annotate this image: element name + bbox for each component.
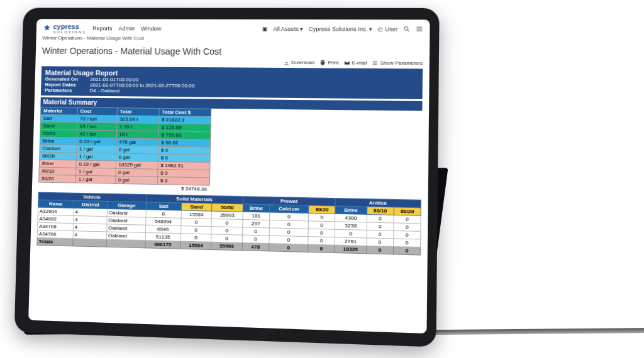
breadcrumb: Winter Operations - Material Usage With …: [42, 35, 423, 42]
report-banner: Material Usage Report Generated On2021-0…: [41, 66, 423, 99]
menu-admin[interactable]: Admin: [118, 25, 135, 31]
page-title: Winter Operations - Material Usage With …: [42, 46, 423, 58]
brand-sub: SOLUTIONS: [53, 30, 86, 34]
asset-scope-dropdown[interactable]: All Assets ▾: [273, 26, 303, 32]
svg-point-0: [404, 26, 408, 30]
material-summary-grand-total: $ 24748.36: [157, 185, 209, 193]
svg-line-1: [408, 30, 409, 31]
user-menu[interactable]: ◴ User: [378, 26, 397, 32]
show-parameters-button[interactable]: Show Parameters: [372, 60, 423, 67]
email-button[interactable]: E-mail: [344, 60, 367, 65]
menu-reports[interactable]: Reports: [92, 25, 113, 31]
material-summary-table: Material Cost Total Total Cost $ Salt72 …: [38, 107, 211, 193]
brand-logo: cypress SOLUTIONS: [43, 23, 87, 34]
vehicle-table: Vehicle Solid Materials Prewet AntiIce N…: [36, 192, 421, 256]
print-button[interactable]: Print: [320, 60, 339, 65]
menu-icon[interactable]: [416, 25, 423, 33]
menu-window[interactable]: Window: [141, 26, 162, 32]
report-actions: Download Print E-mail Show Parameters: [42, 58, 423, 67]
asset-scope-icon: ▣: [262, 26, 268, 32]
download-button[interactable]: Download: [284, 60, 315, 65]
org-dropdown[interactable]: Cypress Solutions Inc. ▾: [309, 26, 373, 32]
brand-icon: [43, 24, 52, 33]
brand-name: cypress: [53, 23, 79, 30]
menubar: cypress SOLUTIONS Reports Admin Window ▣…: [43, 23, 423, 35]
search-icon[interactable]: [403, 25, 411, 33]
